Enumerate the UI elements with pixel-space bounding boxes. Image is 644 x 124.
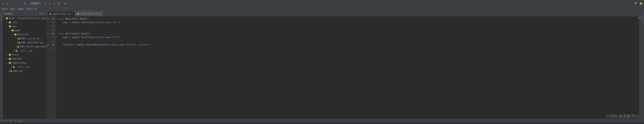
tree-apps[interactable]: ▾ 📁 apps (3, 24, 46, 28)
user-icon[interactable]: 👤 (23, 1, 27, 5)
status-encoding[interactable]: UTF-8 (1, 120, 7, 122)
tab1-close[interactable]: ✕ (72, 13, 73, 15)
0001-label: 0001_initial.py (21, 37, 40, 40)
tree-app01[interactable]: ▾ 📁 app01 (3, 28, 46, 32)
paren2: ) (119, 35, 120, 39)
arrow-root: ▾ (4, 17, 5, 19)
folder-templates-icon: 📁 (9, 58, 11, 60)
code-line-21 (57, 28, 639, 32)
templates-label: templates (12, 58, 23, 60)
breadcrumb-sep-3: › (24, 8, 26, 10)
cn-boy: Boy (65, 17, 69, 21)
linenum-19: 19 (47, 21, 54, 24)
app01-label: app01 (14, 29, 20, 32)
code-line-19: name = models.CharField(verbose_name="姓名… (57, 21, 639, 24)
eq2: = (110, 35, 112, 39)
gear-icon[interactable]: ⚙ (39, 12, 40, 15)
tree-init-app01[interactable]: ▶ ● 🐍 __init__.py (3, 49, 46, 53)
tab1-py-icon: 🐍 (49, 13, 52, 15)
structure-label-text: Structure (642, 13, 644, 23)
linenum-26: 26 (47, 47, 54, 50)
plain-name1: name = models.CharField( (57, 21, 94, 24)
admin-label: admin.py (13, 70, 23, 72)
str-name2: "姓名" (112, 35, 119, 39)
py-init-app01-icon: 🐍 (16, 49, 18, 52)
tree-venv[interactable]: ▶ 📁 .venv (3, 20, 46, 24)
breadcrumb-apps[interactable]: apps (10, 8, 15, 10)
tab2-label: app02/models.py (80, 13, 99, 15)
breadcrumb: day04 › apps › app01 › models.py (0, 7, 644, 11)
code-line-18: class Boy(models.Model): (57, 17, 639, 21)
tree-admin[interactable]: ▶ ● 🐍 admin.py (3, 69, 46, 73)
redo-button[interactable]: ↻ (6, 1, 10, 5)
plain-relation: relation = models.ManyToManyField( (57, 43, 108, 47)
editor-area: 🐍 app01/models.py ✕ 🐍 app02/models.py ✕ … (47, 11, 642, 119)
minimize-icon[interactable]: — (44, 12, 45, 15)
forward-button[interactable]: → (17, 1, 20, 5)
tree-root-label: day04 ~/PycharmProjects/5x_django_... (9, 17, 47, 19)
tree-templatetags[interactable]: ▶ 📁 templatetags (3, 61, 46, 65)
tab2-close[interactable]: ✕ (100, 13, 101, 15)
dot-admin: ● (9, 70, 10, 72)
folder-migrations-icon: 📁 (14, 33, 16, 36)
templatetags-label: templatetags (12, 62, 26, 64)
warning-triangle-icon: ▲ (638, 16, 640, 19)
warning-22: ▲ (48, 32, 48, 35)
tree-static[interactable]: ▶ 📁 static (3, 53, 46, 57)
param-vn2: verbose_name (94, 35, 110, 39)
run-icon[interactable]: ▶ (48, 1, 52, 5)
bell-icon[interactable]: 🔔 (639, 1, 643, 5)
dot-0003: ● (16, 46, 16, 47)
project-header: Project ⚙ ≡ ⚙ — (3, 11, 46, 16)
debug-icon[interactable]: 🐞 (52, 1, 56, 5)
right-gutter: ▲ 2 ∧ (639, 16, 642, 119)
tree-0002[interactable]: ▶ ● 🐍 0002_department.py (3, 41, 46, 45)
tree-0003[interactable]: ▶ ● 🐍 0003_delete_department.p (3, 45, 46, 49)
settings2-icon[interactable]: ⚙ (42, 12, 44, 15)
undo-button[interactable]: ↺ (1, 1, 5, 5)
tree-migrations[interactable]: ▾ 📁 migrations (3, 32, 46, 36)
kw-class-2: class (57, 32, 65, 35)
editor-content: ▲ 18 19 20 21 ▲ 22 23 24 ▲ 25 26 (47, 16, 642, 119)
tree-init-root[interactable]: ▶ ● 🐍 __init__.py (3, 65, 46, 69)
tab2-py-icon: 🐍 (77, 13, 79, 15)
linenum-24: 24 (47, 39, 54, 43)
tree-0001[interactable]: ▶ ● 🐍 0001_initial.py (3, 36, 46, 41)
apps-label: apps (12, 25, 16, 27)
breadcrumb-day04[interactable]: day04 (1, 8, 8, 10)
tabs-options-icon[interactable]: ⋮ (638, 13, 641, 16)
eq1: = (110, 21, 112, 24)
tab-app01-models[interactable]: 🐍 app01/models.py ✕ (48, 11, 75, 16)
project-badge[interactable]: day04 ▾ (30, 2, 41, 5)
kw-class-1: class (57, 17, 65, 21)
breadcrumb-models[interactable]: models.py (26, 8, 37, 10)
comma1: , (136, 43, 139, 47)
code-lines[interactable]: class Boy(models.Model): name = models.C… (56, 16, 639, 119)
tabs-bar: 🐍 app01/models.py ✕ 🐍 app02/models.py ✕ … (47, 11, 642, 16)
settings-icon[interactable]: ⚙ (57, 1, 60, 5)
expand-icon[interactable]: ≡ (40, 12, 42, 15)
dot-init-root: ● (11, 66, 12, 68)
sync-icon[interactable]: ⟳ (44, 1, 48, 5)
status-linesep[interactable]: LF (10, 120, 12, 122)
breadcrumb-app01[interactable]: app01 (18, 8, 24, 10)
back-button[interactable]: ← (12, 1, 16, 5)
folder-templatetags-icon: 📁 (9, 62, 11, 64)
toolbar: ↺ ↻ ← → 👤 day04 ▾ ⟳ ▶ 🐞 ⚙ ■ 🔍 🔔 (0, 0, 644, 7)
status-indent[interactable]: 4 spaces (14, 120, 24, 122)
stop-icon[interactable]: ■ (64, 1, 67, 5)
arrow-venv: ▶ (6, 21, 8, 23)
folder-root-icon: 📁 (6, 17, 8, 19)
linenum-23: 23 (47, 35, 54, 39)
dot-0001: ● (17, 38, 18, 39)
tree-root[interactable]: ▾ 📁 day04 ~/PycharmProjects/5x_django_..… (3, 16, 46, 20)
paren1: ) (119, 21, 120, 24)
paren3: ) (150, 43, 151, 47)
str-rel: "男女关系" (125, 43, 136, 47)
project-badge-label: day04 (32, 2, 38, 4)
tab-app02-models[interactable]: 🐍 app02/models.py ✕ (75, 11, 102, 16)
search-button[interactable]: 🔍 (634, 1, 638, 5)
tree-templates[interactable]: ▶ 📁 templates (3, 57, 46, 61)
venv-label: .venv (12, 21, 18, 23)
py-admin-icon: 🐍 (10, 70, 12, 72)
